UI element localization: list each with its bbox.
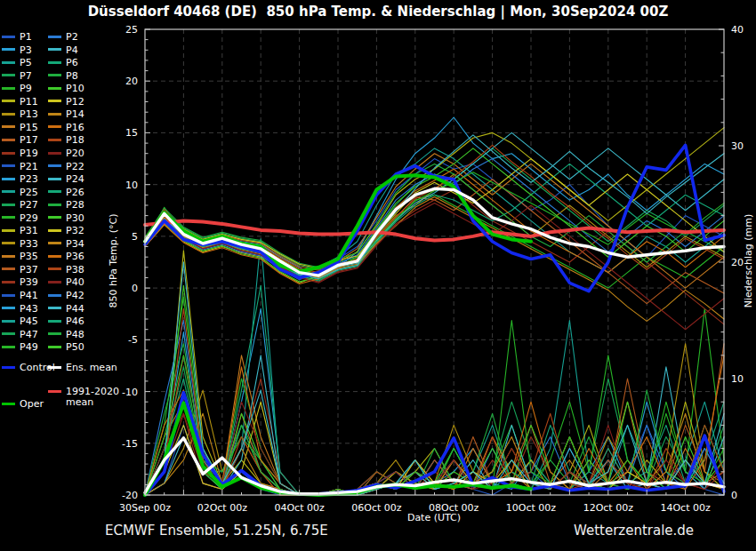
y-left-tick-label: -15: [122, 438, 138, 450]
y-left-tick-label: -10: [122, 387, 138, 398]
y-right-tick-label: 0: [731, 490, 737, 501]
member-temp-line: [145, 164, 724, 267]
x-tick-label: 30Sep 00z: [119, 502, 171, 514]
y-left-tick-label: 25: [125, 24, 138, 36]
x-tick-label: 02Oct 00z: [197, 502, 248, 514]
y-left-tick-label: 5: [132, 231, 138, 243]
member-temp-line: [145, 204, 724, 330]
y-axis-left-title: 850 hPa Temp. (°C): [108, 172, 119, 350]
y-left-tick-label: 10: [125, 180, 138, 191]
y-right-tick-label: 30: [731, 140, 744, 152]
y-right-tick-label: 40: [731, 24, 744, 36]
x-axis-title: Date (UTC): [345, 512, 523, 523]
y-left-tick-label: 20: [125, 76, 138, 87]
y-axis-right-title: Niederschlag (mm): [743, 172, 754, 350]
y-right-tick-label: 10: [731, 373, 744, 385]
y-left-tick-label: -5: [128, 334, 138, 346]
y-left-tick-label: -20: [122, 490, 138, 501]
y-left-tick-label: 0: [132, 283, 138, 294]
x-tick-label: 14Oct 00z: [660, 502, 711, 514]
site-credit: Wetterzentrale.de: [574, 523, 694, 539]
x-tick-label: 12Oct 00z: [583, 502, 634, 514]
model-info: ECMWF Ensemble, 51.25N, 6.75E: [105, 523, 328, 539]
y-left-tick-label: 15: [125, 127, 138, 139]
ensemble-forecast-page: Düsseldorf 40468 (DE) 850 hPa Temp. & Ni…: [0, 0, 756, 551]
x-tick-label: 04Oct 00z: [274, 502, 325, 514]
